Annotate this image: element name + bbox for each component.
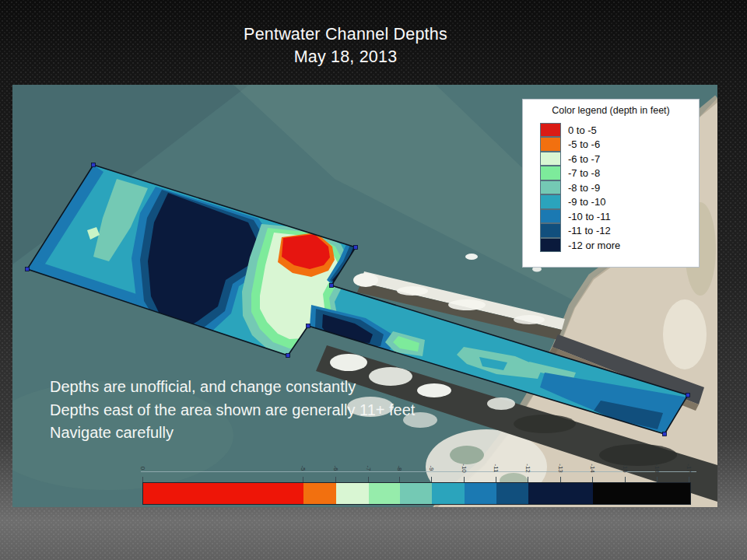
legend-label: -7 to -8 xyxy=(568,167,600,179)
scale-tick-mark xyxy=(560,477,561,482)
south-pier-foam-1 xyxy=(330,354,367,371)
scale-segment xyxy=(369,483,400,504)
warning-notes: Depths are unofficial, and change consta… xyxy=(50,376,415,445)
scale-tick-label: -9 xyxy=(427,460,435,477)
south-pier-dark-2 xyxy=(599,444,677,466)
title-line-1: Pentwater Channel Depths xyxy=(0,23,691,46)
legend-label: -5 to -6 xyxy=(568,138,600,150)
aerial-photo: Color legend (depth in feet) 0 to -5-5 t… xyxy=(12,85,717,507)
legend-swatch xyxy=(540,180,561,195)
sand-white-patch xyxy=(663,299,707,369)
scale-tick-mark xyxy=(657,477,658,482)
scale-tick-mark xyxy=(368,477,369,482)
depth-legend: Color legend (depth in feet) 0 to -5-5 t… xyxy=(522,99,700,268)
scale-tick-label: -6 xyxy=(331,460,339,477)
legend-row: -9 to -10 xyxy=(540,195,699,210)
scale-segment xyxy=(303,483,336,504)
scale-tick-label: -11 xyxy=(492,460,500,477)
legend-label: -12 or more xyxy=(568,240,620,251)
scale-segment xyxy=(465,483,496,504)
legend-rows: 0 to -5-5 to -6-6 to -7-7 to -8-8 to -9-… xyxy=(540,123,699,253)
north-pier-snow-2 xyxy=(448,299,486,310)
boat-1 xyxy=(465,254,478,260)
scale-tick-mark xyxy=(689,477,689,482)
legend-row: -5 to -6 xyxy=(540,138,699,152)
scale-tick-label: -15 xyxy=(621,460,629,477)
title-line-2: May 18, 2013 xyxy=(0,46,691,68)
scale-tick-mark xyxy=(399,477,400,482)
scale-tick-label: -12 xyxy=(524,460,531,477)
depth-scale-bar xyxy=(142,482,691,505)
scale-tick-mark xyxy=(431,477,432,482)
legend-label: -8 to -9 xyxy=(568,182,600,194)
north-pier-snow-1 xyxy=(397,286,428,296)
note-line-3: Navigate carefully xyxy=(50,422,415,445)
scale-segment xyxy=(432,483,465,504)
slide-title: Pentwater Channel Depths May 18, 2013 xyxy=(0,23,691,68)
legend-row: -8 to -9 xyxy=(540,180,699,195)
legend-label: -11 to -12 xyxy=(568,225,611,236)
scale-segment xyxy=(593,483,690,504)
scale-segment xyxy=(143,483,303,504)
note-line-2: Depths east of the area shown are genera… xyxy=(50,399,415,422)
legend-swatch xyxy=(540,209,561,224)
scale-tick-mark xyxy=(303,477,303,482)
scale-tick-label: 0 xyxy=(139,460,146,477)
scale-tick-label: -16 xyxy=(653,460,661,477)
scale-tick-label: -14 xyxy=(588,460,596,477)
scale-segment xyxy=(496,483,528,504)
scale-tick-mark xyxy=(464,477,465,482)
legend-swatch xyxy=(540,223,561,238)
scale-tick-label: -10 xyxy=(460,460,468,477)
north-pier-snow-3 xyxy=(514,315,545,324)
legend-label: 0 to -5 xyxy=(568,124,597,136)
south-pier-foam-3 xyxy=(417,383,451,397)
legend-label: -10 to -11 xyxy=(568,211,611,222)
legend-swatch xyxy=(540,238,561,253)
south-pier-dark-1 xyxy=(514,415,576,433)
legend-swatch xyxy=(540,123,561,138)
scale-tick-label: -7 xyxy=(364,460,372,477)
scale-tick-label: -17 xyxy=(685,460,693,477)
scale-tick-mark xyxy=(625,477,626,482)
scale-tick-mark xyxy=(592,477,593,482)
legend-label: -6 to -7 xyxy=(568,153,600,165)
scale-tick-mark xyxy=(528,477,528,482)
scale-segment xyxy=(336,483,369,504)
scale-tick-mark xyxy=(496,477,496,482)
legend-title: Color legend (depth in feet) xyxy=(523,105,699,116)
legend-row: 0 to -5 xyxy=(540,123,699,138)
legend-label: -9 to -10 xyxy=(568,196,605,208)
north-pier-foam xyxy=(353,273,378,287)
scale-tick-label: -8 xyxy=(395,460,403,477)
scale-tick-mark xyxy=(335,477,336,482)
legend-swatch xyxy=(540,166,561,180)
scale-tick-label: -13 xyxy=(556,460,564,477)
legend-row: -12 or more xyxy=(540,238,699,253)
scale-segment xyxy=(528,483,593,504)
legend-swatch xyxy=(540,152,561,166)
legend-row: -7 to -8 xyxy=(540,166,699,181)
note-line-1: Depths are unofficial, and change consta… xyxy=(50,376,415,399)
scale-tick-label: -5 xyxy=(299,460,307,477)
legend-swatch xyxy=(540,137,561,152)
legend-swatch xyxy=(540,194,561,209)
south-pier-foam-4 xyxy=(487,397,515,410)
scale-tick-mark xyxy=(142,477,143,482)
scale-segment xyxy=(400,483,432,504)
legend-row: -10 to -11 xyxy=(540,209,699,224)
scale-axis-line xyxy=(141,471,696,472)
legend-row: -6 to -7 xyxy=(540,152,699,166)
legend-row: -11 to -12 xyxy=(540,224,699,239)
